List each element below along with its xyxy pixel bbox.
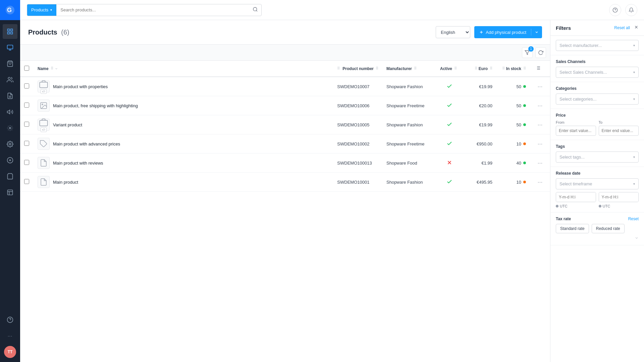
row-checkbox[interactable] bbox=[24, 179, 29, 184]
price-to-input[interactable] bbox=[599, 126, 639, 136]
sidebar-item-store[interactable] bbox=[3, 169, 17, 184]
dropdown-chevron-icon bbox=[535, 30, 539, 34]
release-date-filter: Release date Select timeframe ▾ bbox=[550, 167, 644, 213]
timeframe-select[interactable]: Select timeframe ▾ bbox=[556, 178, 639, 189]
row-checkbox-cell[interactable] bbox=[20, 173, 34, 192]
sidebar-item-help[interactable] bbox=[3, 312, 17, 327]
tax-rate-filter: Tax rate Reset Standard rate Reduced rat… bbox=[550, 213, 644, 245]
product-name-text[interactable]: Main product bbox=[53, 180, 78, 185]
row-checkbox[interactable] bbox=[24, 141, 29, 146]
sidebar-item-catalog[interactable] bbox=[3, 40, 17, 55]
row-more-icon[interactable]: ··· bbox=[534, 102, 546, 109]
svg-point-22 bbox=[253, 7, 257, 11]
reset-all-link[interactable]: Reset all bbox=[614, 25, 630, 30]
search-category-selector[interactable]: Products ▾ bbox=[27, 4, 56, 16]
row-actions-cell[interactable]: ··· bbox=[530, 115, 550, 134]
standard-rate-button[interactable]: Standard rate bbox=[556, 224, 589, 233]
sales-channels-select[interactable]: Select Sales Channels... ▾ bbox=[556, 67, 639, 78]
refresh-icon bbox=[538, 50, 543, 55]
filter-close-button[interactable] bbox=[634, 25, 639, 31]
user-avatar[interactable]: TT bbox=[4, 346, 16, 358]
refresh-button[interactable] bbox=[535, 47, 546, 58]
row-checkbox[interactable] bbox=[24, 83, 29, 88]
manufacturer-value: Shopware Fashion bbox=[386, 180, 423, 185]
tax-reset-link[interactable]: Reset bbox=[628, 217, 639, 221]
filter-toggle-button[interactable]: 1 bbox=[522, 47, 533, 58]
sidebar-item-more[interactable]: ··· bbox=[3, 328, 17, 343]
tags-select[interactable]: Select tags... ▾ bbox=[556, 152, 639, 163]
column-options-icon[interactable] bbox=[534, 64, 546, 73]
product-name-text[interactable]: Main product with properties bbox=[53, 84, 108, 89]
manufacturer-select[interactable]: Select manufacturer... ▾ bbox=[556, 40, 639, 51]
product-name-text[interactable]: Main product with advanced prices bbox=[53, 141, 120, 146]
date-start-input[interactable] bbox=[556, 192, 596, 202]
product-name-cell: Main product bbox=[34, 173, 333, 192]
row-more-icon[interactable]: ··· bbox=[534, 160, 546, 167]
row-checkbox-cell[interactable] bbox=[20, 134, 34, 154]
add-product-dropdown-btn[interactable] bbox=[531, 26, 542, 38]
row-actions-cell[interactable]: ··· bbox=[530, 173, 550, 192]
sidebar-item-extensions[interactable] bbox=[3, 121, 17, 135]
row-checkbox-cell[interactable] bbox=[20, 115, 34, 134]
add-product-main-btn[interactable]: Add physical product bbox=[474, 26, 531, 38]
search-submit-icon[interactable] bbox=[249, 7, 261, 13]
price-from-group: From bbox=[556, 120, 596, 136]
price-column-header: ⠿ Euro ⠿ bbox=[463, 61, 496, 77]
price-value: €20.00 bbox=[479, 103, 492, 108]
row-actions-cell[interactable]: ··· bbox=[530, 134, 550, 154]
manufacturer-placeholder: Select manufacturer... bbox=[559, 43, 602, 48]
row-more-icon[interactable]: ··· bbox=[534, 121, 546, 128]
product-name-text[interactable]: Variant product bbox=[53, 122, 82, 127]
product-num-col-drag-icon: ⠿ bbox=[376, 66, 378, 71]
reduced-rate-button[interactable]: Reduced rate bbox=[592, 224, 625, 233]
column-config-header[interactable] bbox=[530, 61, 550, 77]
language-selector[interactable]: English bbox=[436, 26, 470, 38]
price-value: €1.99 bbox=[481, 161, 492, 166]
sidebar-item-orders[interactable] bbox=[3, 56, 17, 71]
row-actions-cell[interactable]: ··· bbox=[530, 154, 550, 173]
notifications-button[interactable] bbox=[625, 4, 637, 16]
sidebar-item-marketing[interactable] bbox=[3, 105, 17, 119]
help-button[interactable] bbox=[609, 4, 621, 16]
sidebar-item-dashboard[interactable] bbox=[3, 24, 17, 39]
active-cell bbox=[436, 77, 463, 96]
row-checkbox-cell[interactable] bbox=[20, 77, 34, 96]
product-name-text[interactable]: Main product, free shipping with highlig… bbox=[53, 103, 138, 108]
sidebar-item-reports[interactable] bbox=[3, 185, 17, 200]
name-col-sort-icon[interactable] bbox=[55, 67, 58, 70]
add-product-button-group[interactable]: Add physical product bbox=[474, 26, 542, 38]
stock-value: 50 bbox=[517, 103, 521, 108]
product-number-cell: SWDEMO10007 bbox=[333, 77, 382, 96]
row-more-icon[interactable]: ··· bbox=[534, 83, 546, 90]
tax-expand-icon[interactable] bbox=[635, 236, 639, 240]
sidebar-item-settings[interactable] bbox=[3, 137, 17, 152]
row-checkbox[interactable] bbox=[24, 160, 29, 165]
row-checkbox-cell[interactable] bbox=[20, 96, 34, 115]
row-checkbox[interactable] bbox=[24, 103, 29, 108]
app-logo[interactable]: G bbox=[0, 0, 20, 20]
sidebar-item-content[interactable] bbox=[3, 88, 17, 103]
svg-rect-35 bbox=[40, 82, 47, 87]
select-all-header[interactable] bbox=[20, 61, 34, 77]
product-icon bbox=[38, 100, 50, 112]
tags-label: Tags bbox=[556, 144, 639, 149]
categories-select[interactable]: Select categories... ▾ bbox=[556, 94, 639, 105]
filter-panel: Filters Reset all Select manufacturer...… bbox=[550, 20, 644, 362]
search-input[interactable] bbox=[56, 7, 249, 12]
price-col-drag-icon: ⠿ bbox=[475, 66, 477, 71]
row-checkbox-cell[interactable] bbox=[20, 154, 34, 173]
sidebar-item-add[interactable] bbox=[3, 153, 17, 168]
select-all-checkbox[interactable] bbox=[24, 66, 29, 71]
product-name-cell: Main product with advanced prices bbox=[34, 134, 333, 154]
sidebar-item-customers[interactable] bbox=[3, 72, 17, 87]
row-more-icon[interactable]: ··· bbox=[534, 140, 546, 147]
row-checkbox[interactable] bbox=[24, 122, 29, 127]
row-more-icon[interactable]: ··· bbox=[534, 179, 546, 186]
products-header: Products (6) English Add physical produc… bbox=[20, 20, 550, 45]
date-end-input[interactable] bbox=[599, 192, 639, 202]
row-actions-cell[interactable]: ··· bbox=[530, 96, 550, 115]
row-actions-cell[interactable]: ··· bbox=[530, 77, 550, 96]
product-name-text[interactable]: Main product with reviews bbox=[53, 161, 103, 166]
price-from-input[interactable] bbox=[556, 126, 596, 136]
name-column-header: Name ⠿ bbox=[34, 61, 333, 77]
